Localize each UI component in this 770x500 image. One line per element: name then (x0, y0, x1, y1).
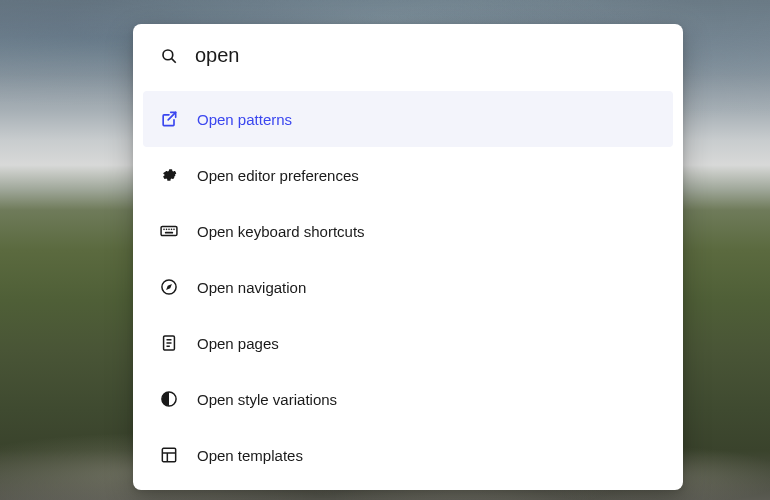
result-label: Open navigation (197, 279, 306, 296)
svg-line-1 (172, 58, 176, 62)
result-label: Open keyboard shortcuts (197, 223, 365, 240)
results-list: Open patterns Open editor preferences (133, 87, 683, 490)
result-open-templates[interactable]: Open templates (143, 427, 673, 483)
result-open-navigation[interactable]: Open navigation (143, 259, 673, 315)
keyboard-icon (157, 221, 181, 241)
search-row (133, 24, 683, 87)
compass-icon (157, 277, 181, 297)
result-label: Open pages (197, 335, 279, 352)
search-icon (157, 47, 181, 65)
external-link-icon (157, 109, 181, 129)
search-input[interactable] (195, 44, 659, 67)
result-label: Open style variations (197, 391, 337, 408)
svg-rect-15 (162, 448, 175, 461)
result-label: Open patterns (197, 111, 292, 128)
half-circle-icon (157, 389, 181, 409)
result-open-style-variations[interactable]: Open style variations (143, 371, 673, 427)
command-palette: Open patterns Open editor preferences (133, 24, 683, 490)
result-open-pages[interactable]: Open pages (143, 315, 673, 371)
gear-icon (157, 165, 181, 185)
result-label: Open editor preferences (197, 167, 359, 184)
svg-point-0 (163, 50, 173, 60)
result-open-editor-preferences[interactable]: Open editor preferences (143, 147, 673, 203)
result-label: Open templates (197, 447, 303, 464)
result-open-keyboard-shortcuts[interactable]: Open keyboard shortcuts (143, 203, 673, 259)
layout-icon (157, 445, 181, 465)
page-icon (157, 333, 181, 353)
svg-rect-2 (161, 226, 177, 235)
result-open-patterns[interactable]: Open patterns (143, 91, 673, 147)
